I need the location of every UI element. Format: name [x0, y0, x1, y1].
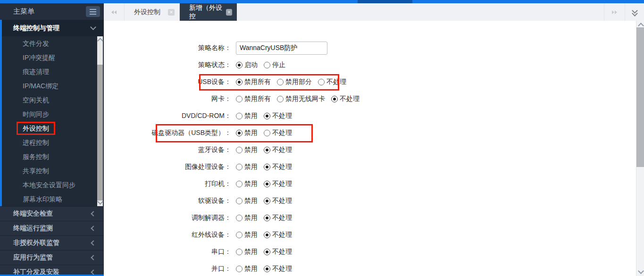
radio-option[interactable]: 禁用: [236, 129, 258, 137]
radio-option[interactable]: 启动: [236, 61, 258, 69]
sidebar-item-ip-conflict-alert[interactable]: IP冲突提醒: [2, 50, 104, 65]
hamburger-menu-icon[interactable]: [86, 6, 100, 17]
radio-option[interactable]: 禁用: [236, 265, 258, 273]
radio-checked-icon[interactable]: [264, 215, 270, 221]
field-options: 禁用不处理: [236, 248, 298, 256]
radio-label: 不处理: [340, 95, 360, 103]
radio-option[interactable]: 禁用: [236, 112, 258, 120]
radio-option[interactable]: 不处理: [264, 112, 292, 120]
radio-unchecked-icon[interactable]: [277, 96, 284, 102]
scroll-up-icon[interactable]: [97, 38, 103, 44]
radio-option[interactable]: 不处理: [264, 180, 292, 188]
radio-option[interactable]: 禁用: [236, 163, 258, 171]
sidebar-item-ip-mac-binding[interactable]: IP/MAC绑定: [2, 79, 104, 93]
radio-option[interactable]: 禁用: [236, 248, 258, 256]
sidebar-item-peripheral-control[interactable]: 外设控制: [2, 121, 104, 135]
radio-unchecked-icon[interactable]: [236, 266, 243, 272]
close-icon[interactable]: ✕: [168, 9, 175, 16]
radio-label: 不处理: [272, 163, 292, 171]
radio-option[interactable]: 禁用部分: [277, 78, 312, 86]
radio-unchecked-icon[interactable]: [236, 96, 243, 102]
radio-unchecked-icon[interactable]: [236, 147, 243, 153]
tab-new-peripheral-control[interactable]: 新增（外设控 ✕: [180, 3, 237, 21]
radio-checked-icon[interactable]: [264, 249, 270, 255]
radio-unchecked-icon[interactable]: [236, 164, 243, 170]
radio-label: 不处理: [272, 112, 292, 120]
radio-option[interactable]: 不处理: [264, 146, 292, 154]
chevron-left-icon: [91, 255, 96, 260]
radio-option[interactable]: 停止: [264, 61, 285, 69]
radio-option[interactable]: 不处理: [264, 197, 292, 205]
radio-option[interactable]: 不处理: [264, 129, 292, 137]
radio-option[interactable]: 禁用所有: [236, 78, 271, 86]
radio-unchecked-icon[interactable]: [236, 198, 243, 204]
radio-unchecked-icon[interactable]: [236, 249, 243, 255]
radio-option[interactable]: 禁用: [236, 231, 258, 239]
sidebar-item-process-control[interactable]: 进程控制: [2, 135, 104, 150]
radio-option[interactable]: 禁用: [236, 197, 258, 205]
radio-option[interactable]: 不处理: [264, 248, 292, 256]
radio-option[interactable]: 禁用: [236, 146, 258, 154]
sidebar-scrollbar[interactable]: [97, 36, 103, 206]
radio-unchecked-icon[interactable]: [318, 79, 325, 85]
sidebar-item-screen-watermark[interactable]: 屏幕水印策略: [2, 192, 104, 206]
radio-checked-icon[interactable]: [264, 147, 270, 153]
sidebar-item-file-distribution[interactable]: 文件分发: [2, 36, 104, 50]
tabs-scroll-right-button[interactable]: [604, 3, 625, 21]
content-scrollbar[interactable]: [636, 21, 644, 276]
sidebar-section-app-behavior[interactable]: 应用行为监管: [0, 250, 104, 265]
radio-unchecked-icon[interactable]: [236, 232, 243, 238]
radio-option[interactable]: 禁用: [236, 214, 258, 222]
radio-checked-icon[interactable]: [264, 198, 270, 204]
radio-label: 停止: [272, 61, 285, 69]
radio-option[interactable]: 不处理: [331, 95, 360, 103]
sidebar-section-terminal-control[interactable]: 终端控制与管理: [0, 20, 104, 36]
radio-checked-icon[interactable]: [264, 113, 270, 119]
sidebar-item-time-sync[interactable]: 时间同步: [2, 107, 104, 121]
radio-checked-icon[interactable]: [264, 181, 270, 187]
radio-unchecked-icon[interactable]: [264, 130, 270, 136]
radio-checked-icon[interactable]: [236, 62, 243, 68]
sidebar-item-trace-cleanup[interactable]: 痕迹清理: [2, 65, 104, 79]
radio-unchecked-icon[interactable]: [236, 181, 243, 187]
sidebar-section-terminal-runtime-monitor[interactable]: 终端运行监测: [0, 221, 104, 235]
radio-unchecked-icon[interactable]: [236, 113, 243, 119]
radio-checked-icon[interactable]: [264, 232, 270, 238]
scroll-down-icon[interactable]: [638, 268, 644, 274]
radio-checked-icon[interactable]: [264, 164, 270, 170]
sidebar-scrollbar-thumb[interactable]: [97, 65, 103, 201]
close-icon[interactable]: ✕: [226, 9, 232, 16]
radio-option[interactable]: 禁用无线网卡: [277, 95, 325, 103]
radio-option[interactable]: 禁用所有: [236, 95, 271, 103]
radio-checked-icon[interactable]: [236, 130, 243, 136]
content-scrollbar-thumb[interactable]: [636, 27, 644, 167]
radio-checked-icon[interactable]: [331, 96, 338, 102]
radio-unchecked-icon[interactable]: [264, 62, 270, 68]
field-label: 软驱设备：: [104, 197, 231, 205]
radio-option[interactable]: 不处理: [264, 265, 292, 273]
radio-option[interactable]: 禁用: [236, 180, 258, 188]
policy-name-input[interactable]: [236, 42, 327, 55]
field-options: 禁用不处理: [236, 231, 298, 239]
top-blue-bar: [0, 0, 644, 3]
tabs-menu-button[interactable]: [625, 3, 644, 21]
radio-checked-icon[interactable]: [264, 266, 270, 272]
field-options: 禁用所有禁用无线网卡不处理: [236, 95, 366, 103]
radio-unchecked-icon[interactable]: [277, 79, 284, 85]
radio-option[interactable]: 不处理: [318, 78, 346, 86]
radio-unchecked-icon[interactable]: [236, 215, 243, 221]
sidebar-section-unauthorized-outreach[interactable]: 非授权外联监管: [0, 235, 104, 250]
sidebar-item-local-security-sync[interactable]: 本地安全设置同步: [2, 178, 104, 192]
radio-option[interactable]: 不处理: [264, 163, 292, 171]
radio-option[interactable]: 不处理: [264, 231, 292, 239]
sidebar-section-terminal-security-check[interactable]: 终端安全检查: [0, 206, 104, 221]
radio-checked-icon[interactable]: [236, 79, 243, 85]
radio-label: 禁用: [244, 163, 258, 171]
tabs-scroll-left-button[interactable]: [104, 3, 125, 21]
sidebar-item-idle-shutdown[interactable]: 空闲关机: [2, 93, 104, 107]
radio-option[interactable]: 不处理: [264, 214, 292, 222]
sidebar-item-share-control[interactable]: 共享控制: [2, 164, 104, 178]
tab-peripheral-control[interactable]: 外设控制 ✕: [125, 3, 180, 21]
sidebar-item-service-control[interactable]: 服务控制: [2, 150, 104, 164]
top-scrollbar-thumb[interactable]: [358, 0, 412, 3]
